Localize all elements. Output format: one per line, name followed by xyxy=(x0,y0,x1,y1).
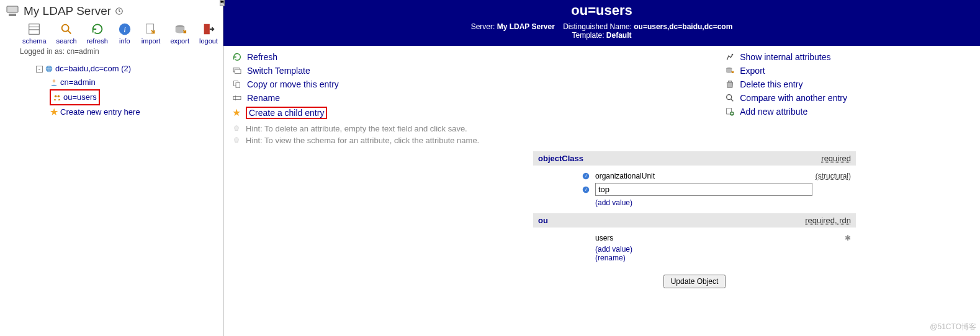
attr-name-link[interactable]: objectClass xyxy=(538,154,583,163)
svg-point-12 xyxy=(55,95,57,98)
entry-title: ou=users xyxy=(223,2,980,19)
ou-value-row: users ✱ xyxy=(595,234,851,242)
action-rename[interactable]: Rename xyxy=(232,93,339,103)
svg-rect-3 xyxy=(29,24,40,35)
tb-info[interactable]: iinfo xyxy=(118,22,132,45)
logged-in-as: Logged in as: cn=admin xyxy=(20,47,218,56)
svg-rect-18 xyxy=(233,96,241,99)
svg-rect-15 xyxy=(235,69,241,74)
action-switch-template[interactable]: Switch Template xyxy=(232,66,339,76)
action-export[interactable]: Export xyxy=(725,66,847,76)
trash-icon xyxy=(725,79,735,89)
globe-icon xyxy=(45,64,53,73)
action-add-attr[interactable]: Add new attribute xyxy=(725,107,847,117)
action-show-internal[interactable]: Show internal attributes xyxy=(725,52,847,62)
panel-resize-handle[interactable]: ⇆ xyxy=(220,0,225,6)
update-object-button[interactable] xyxy=(663,275,726,288)
svg-rect-0 xyxy=(7,6,18,12)
tb-schema[interactable]: schema xyxy=(22,22,47,45)
tb-refresh[interactable]: refresh xyxy=(87,22,108,45)
tb-import[interactable]: import xyxy=(142,22,161,45)
tree-node-admin[interactable]: cn=admin xyxy=(50,76,218,89)
objectclass-input[interactable] xyxy=(595,183,812,196)
watermark: @51CTO博客 xyxy=(930,322,976,332)
clock-icon xyxy=(115,7,124,15)
attr-header-ou: ou required, rdn xyxy=(533,213,856,228)
svg-rect-1 xyxy=(9,14,16,16)
svg-point-22 xyxy=(727,95,732,100)
locked-icon: ✱ xyxy=(845,234,851,242)
attr-name-link[interactable]: ou xyxy=(538,216,548,225)
action-delete[interactable]: Delete this entry xyxy=(725,79,847,89)
tb-logout[interactable]: logout xyxy=(199,22,218,45)
main-panel: ou=users Server: My LDAP Server Distingu… xyxy=(223,0,980,336)
ou-icon xyxy=(53,93,61,102)
entry-header: ou=users Server: My LDAP Server Distingu… xyxy=(223,0,980,46)
toolbar: schema search refresh iinfo import expor… xyxy=(22,22,218,45)
svg-rect-9 xyxy=(204,24,210,35)
objectclass-value-row: i organizationalUnit (structural) xyxy=(582,172,851,180)
tree: - dc=baidu,dc=com (2) cn=admin ou=users … xyxy=(36,62,218,119)
tree-panel: ⇆ My LDAP Server schema search refresh i… xyxy=(0,0,223,336)
tree-create-new[interactable]: ★ Create new entry here xyxy=(50,105,218,119)
add-icon xyxy=(725,107,735,117)
rename-link[interactable]: (rename) xyxy=(595,254,626,262)
action-create-child[interactable]: ★Create a child entry xyxy=(232,107,339,119)
attr-header-objectclass: objectClass required xyxy=(533,151,856,166)
add-value-link[interactable]: (add value) xyxy=(595,198,632,207)
svg-point-11 xyxy=(53,79,56,82)
person-icon xyxy=(50,78,58,87)
tree-root[interactable]: - dc=baidu,dc=com (2) xyxy=(36,62,218,76)
objectclass-value-row: i xyxy=(582,183,851,196)
svg-text:i: i xyxy=(124,25,126,34)
star-icon: ★ xyxy=(50,108,58,117)
server-icon xyxy=(5,4,20,19)
tb-export[interactable]: export xyxy=(170,22,189,45)
svg-point-4 xyxy=(62,25,69,32)
action-compare[interactable]: Compare with another entry xyxy=(725,93,847,103)
info-icon[interactable]: i xyxy=(582,172,590,180)
server-title: My LDAP Server xyxy=(24,4,111,18)
tree-node-users[interactable]: ou=users xyxy=(50,89,218,105)
bulb-icon xyxy=(232,125,241,133)
star-icon: ★ xyxy=(232,108,241,117)
svg-rect-21 xyxy=(729,81,732,82)
svg-rect-17 xyxy=(236,82,240,87)
action-refresh[interactable]: Refresh xyxy=(232,52,339,62)
bulb-icon xyxy=(232,136,241,145)
magnifier-icon xyxy=(725,93,735,103)
svg-point-19 xyxy=(732,54,734,56)
hints: Hint: To delete an attribute, empty the … xyxy=(223,122,980,151)
add-value-link[interactable]: (add value) xyxy=(595,245,632,254)
info-icon[interactable]: i xyxy=(582,185,590,194)
tree-collapse-icon[interactable]: - xyxy=(36,66,43,73)
svg-point-13 xyxy=(58,95,60,98)
tb-search[interactable]: search xyxy=(56,22,77,45)
action-copy-move[interactable]: Copy or move this entry xyxy=(232,79,339,89)
